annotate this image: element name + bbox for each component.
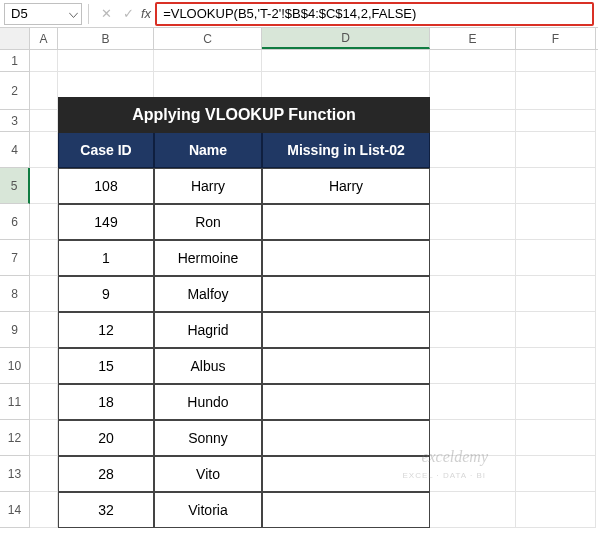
cell[interactable] (262, 50, 430, 72)
row-header[interactable]: 8 (0, 276, 30, 312)
cell[interactable] (516, 348, 596, 384)
cell-name[interactable]: Hundo (154, 384, 262, 420)
cell-case-id[interactable]: 9 (58, 276, 154, 312)
cell[interactable] (30, 492, 58, 528)
cell[interactable] (430, 240, 516, 276)
cell[interactable] (430, 204, 516, 240)
cell-case-id[interactable]: 108 (58, 168, 154, 204)
cell-name[interactable]: Vito (154, 456, 262, 492)
cell[interactable] (30, 204, 58, 240)
cell-missing[interactable] (262, 312, 430, 348)
cell[interactable] (516, 72, 596, 110)
cell[interactable] (30, 50, 58, 72)
cell-case-id[interactable]: 12 (58, 312, 154, 348)
cell[interactable] (30, 312, 58, 348)
cell[interactable] (430, 50, 516, 72)
col-header-a[interactable]: A (30, 28, 58, 49)
cell[interactable] (30, 240, 58, 276)
row-header[interactable]: 1 (0, 50, 30, 72)
row-header[interactable]: 11 (0, 384, 30, 420)
cell[interactable] (430, 276, 516, 312)
fx-icon[interactable]: fx (141, 6, 151, 21)
cell-case-id[interactable]: 149 (58, 204, 154, 240)
row-header[interactable]: 2 (0, 72, 30, 110)
cell[interactable] (430, 72, 516, 110)
cell[interactable] (516, 110, 596, 132)
header-case-id[interactable]: Case ID (58, 132, 154, 168)
cell[interactable] (430, 456, 516, 492)
cell-name[interactable]: Sonny (154, 420, 262, 456)
cell-name[interactable]: Ron (154, 204, 262, 240)
row-header[interactable]: 4 (0, 132, 30, 168)
row-header[interactable]: 13 (0, 456, 30, 492)
cell-missing[interactable] (262, 420, 430, 456)
cell[interactable] (30, 168, 58, 204)
cell[interactable] (516, 132, 596, 168)
row-header[interactable]: 14 (0, 492, 30, 528)
cell[interactable] (58, 50, 154, 72)
cell[interactable] (30, 456, 58, 492)
confirm-icon[interactable]: ✓ (117, 3, 139, 25)
col-header-d[interactable]: D (262, 28, 430, 49)
row-header[interactable]: 10 (0, 348, 30, 384)
cell[interactable] (430, 348, 516, 384)
col-header-e[interactable]: E (430, 28, 516, 49)
cell[interactable] (516, 50, 596, 72)
cell-name[interactable]: Harry (154, 168, 262, 204)
cell-case-id[interactable]: 28 (58, 456, 154, 492)
row-header[interactable]: 12 (0, 420, 30, 456)
cell-case-id[interactable]: 20 (58, 420, 154, 456)
cell-missing[interactable] (262, 492, 430, 528)
row-header[interactable]: 9 (0, 312, 30, 348)
cell[interactable] (516, 276, 596, 312)
cell[interactable] (516, 420, 596, 456)
cell-name[interactable]: Albus (154, 348, 262, 384)
cell[interactable] (30, 110, 58, 132)
cell[interactable] (516, 240, 596, 276)
cell-name[interactable]: Vitoria (154, 492, 262, 528)
cell[interactable] (516, 204, 596, 240)
cell[interactable] (516, 492, 596, 528)
cell-missing[interactable] (262, 240, 430, 276)
cell[interactable] (430, 312, 516, 348)
cell[interactable] (430, 384, 516, 420)
cell-case-id[interactable]: 32 (58, 492, 154, 528)
cell-case-id[interactable]: 15 (58, 348, 154, 384)
cell[interactable] (430, 132, 516, 168)
row-header[interactable]: 5 (0, 168, 30, 204)
name-box[interactable]: D5 (4, 3, 82, 25)
cell[interactable] (430, 110, 516, 132)
cell[interactable] (516, 384, 596, 420)
col-header-b[interactable]: B (58, 28, 154, 49)
cell[interactable] (516, 456, 596, 492)
row-header[interactable]: 6 (0, 204, 30, 240)
cell[interactable] (30, 276, 58, 312)
row-header[interactable]: 7 (0, 240, 30, 276)
cell[interactable] (30, 384, 58, 420)
chevron-down-icon[interactable] (69, 6, 78, 21)
cell-missing[interactable] (262, 348, 430, 384)
cell[interactable] (154, 50, 262, 72)
cell[interactable] (430, 168, 516, 204)
cell[interactable] (430, 492, 516, 528)
cell-d5-active[interactable]: Harry (262, 168, 430, 204)
cancel-icon[interactable]: ✕ (95, 3, 117, 25)
cell-name[interactable]: Hagrid (154, 312, 262, 348)
cell[interactable] (430, 420, 516, 456)
cell[interactable] (30, 420, 58, 456)
formula-input[interactable]: =VLOOKUP(B5,'T-2'!$B$4:$C$14,2,FALSE) (155, 2, 594, 26)
cell[interactable] (30, 132, 58, 168)
cell-name[interactable]: Malfoy (154, 276, 262, 312)
select-all-corner[interactable] (0, 28, 30, 49)
cell[interactable] (516, 312, 596, 348)
cell-case-id[interactable]: 1 (58, 240, 154, 276)
col-header-f[interactable]: F (516, 28, 596, 49)
cell-name[interactable]: Hermoine (154, 240, 262, 276)
cell-missing[interactable] (262, 204, 430, 240)
col-header-c[interactable]: C (154, 28, 262, 49)
cell[interactable] (30, 348, 58, 384)
cell-missing[interactable] (262, 276, 430, 312)
row-header[interactable]: 3 (0, 110, 30, 132)
cell-missing[interactable] (262, 384, 430, 420)
cell[interactable] (30, 72, 58, 110)
